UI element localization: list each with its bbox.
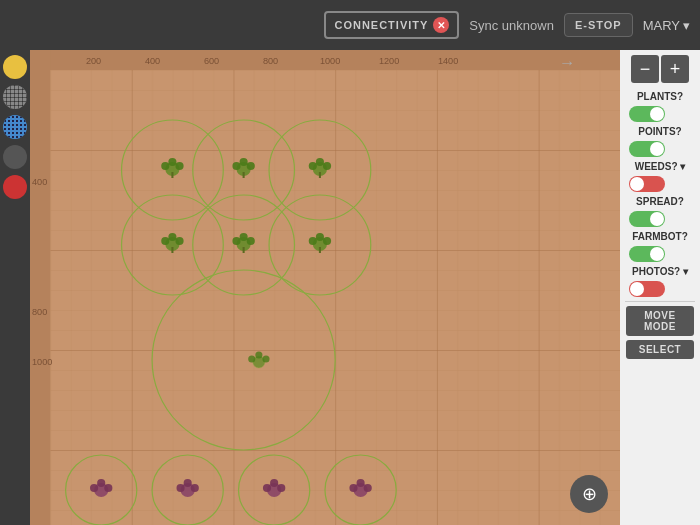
- zoom-in-button[interactable]: +: [661, 55, 689, 83]
- connectivity-status-icon: ✕: [433, 17, 449, 33]
- svg-point-49: [240, 233, 248, 241]
- svg-point-38: [323, 162, 331, 170]
- header: CONNECTIVITY ✕ Sync unknown E-STOP MARY …: [0, 0, 700, 50]
- svg-text:200: 200: [86, 56, 101, 66]
- farmbot-toggle[interactable]: [629, 246, 665, 262]
- estop-button[interactable]: E-STOP: [564, 13, 633, 37]
- photos-toggle[interactable]: [629, 281, 665, 297]
- svg-point-27: [161, 162, 169, 170]
- points-toggle-container: [625, 141, 695, 157]
- farmbot-toggle-container: [625, 246, 695, 262]
- svg-point-47: [232, 237, 240, 245]
- svg-point-70: [277, 484, 285, 492]
- svg-point-44: [168, 233, 176, 241]
- svg-text:600: 600: [204, 56, 219, 66]
- plants-label: PLANTS?: [625, 91, 695, 102]
- svg-rect-35: [243, 172, 245, 178]
- points-toggle[interactable]: [629, 141, 665, 157]
- tool-item-blue[interactable]: [3, 115, 27, 139]
- svg-point-61: [90, 484, 98, 492]
- plants-toggle[interactable]: [629, 106, 665, 122]
- photos-toggle-container: [625, 281, 695, 297]
- svg-point-62: [104, 484, 112, 492]
- points-toggle-knob: [650, 142, 664, 156]
- svg-rect-1: [50, 70, 620, 525]
- svg-point-57: [248, 356, 255, 363]
- garden-svg: 200 400 600 800 1000 1200 1400 400 800 1…: [30, 50, 620, 525]
- left-toolbar: [0, 50, 30, 525]
- svg-point-53: [323, 237, 331, 245]
- sync-status: Sync unknown: [469, 18, 554, 33]
- svg-point-59: [255, 352, 262, 359]
- move-mode-button[interactable]: MOVE MODE: [626, 306, 694, 336]
- tool-item-red[interactable]: [3, 175, 27, 199]
- svg-point-28: [175, 162, 183, 170]
- svg-rect-45: [171, 247, 173, 253]
- svg-point-63: [97, 479, 105, 487]
- svg-point-66: [191, 484, 199, 492]
- photos-toggle-knob: [630, 282, 644, 296]
- svg-point-33: [247, 162, 255, 170]
- navigate-icon[interactable]: ⊕: [570, 475, 608, 513]
- weeds-label: WEEDS? ▾: [625, 161, 695, 172]
- user-menu-button[interactable]: MARY ▾: [643, 18, 690, 33]
- svg-point-52: [309, 237, 317, 245]
- svg-text:800: 800: [32, 307, 47, 317]
- svg-point-37: [309, 162, 317, 170]
- tool-item-yellow[interactable]: [3, 55, 27, 79]
- spread-toggle-knob: [650, 212, 664, 226]
- panel-divider: [625, 301, 695, 302]
- svg-point-39: [316, 158, 324, 166]
- svg-rect-30: [171, 172, 173, 178]
- right-panel: − + PLANTS? POINTS? WEEDS? ▾ SPREAD?: [620, 50, 700, 525]
- svg-rect-40: [319, 172, 321, 178]
- weeds-toggle-container: [625, 176, 695, 192]
- spread-toggle-container: [625, 211, 695, 227]
- farmbot-label: FARMBOT?: [625, 231, 695, 242]
- spread-toggle[interactable]: [629, 211, 665, 227]
- svg-text:800: 800: [263, 56, 278, 66]
- svg-point-32: [232, 162, 240, 170]
- svg-point-34: [240, 158, 248, 166]
- svg-text:1400: 1400: [438, 56, 458, 66]
- svg-rect-3: [30, 50, 50, 525]
- points-label: POINTS?: [625, 126, 695, 137]
- svg-point-43: [175, 237, 183, 245]
- select-button[interactable]: SELECT: [626, 340, 694, 359]
- svg-point-75: [357, 479, 365, 487]
- tool-item-mesh[interactable]: [3, 85, 27, 109]
- svg-point-71: [270, 479, 278, 487]
- farmbot-toggle-knob: [650, 247, 664, 261]
- svg-rect-55: [319, 247, 321, 253]
- plants-toggle-knob: [650, 107, 664, 121]
- svg-point-67: [184, 479, 192, 487]
- svg-point-42: [161, 237, 169, 245]
- svg-text:1200: 1200: [379, 56, 399, 66]
- spread-label: SPREAD?: [625, 196, 695, 207]
- zoom-controls: − +: [631, 55, 689, 83]
- weeds-toggle[interactable]: [629, 176, 665, 192]
- svg-text:400: 400: [32, 177, 47, 187]
- main-area: 200 400 600 800 1000 1200 1400 400 800 1…: [0, 50, 700, 525]
- svg-point-73: [349, 484, 357, 492]
- svg-point-69: [263, 484, 271, 492]
- svg-point-29: [168, 158, 176, 166]
- svg-point-65: [176, 484, 184, 492]
- connectivity-button[interactable]: CONNECTIVITY ✕: [324, 11, 459, 39]
- svg-rect-50: [243, 247, 245, 253]
- zoom-out-button[interactable]: −: [631, 55, 659, 83]
- connectivity-label: CONNECTIVITY: [334, 19, 428, 31]
- svg-point-48: [247, 237, 255, 245]
- svg-text:→: →: [559, 53, 575, 71]
- plants-toggle-container: [625, 106, 695, 122]
- svg-text:400: 400: [145, 56, 160, 66]
- svg-point-58: [262, 356, 269, 363]
- svg-text:1000: 1000: [320, 56, 340, 66]
- photos-label: PHOTOS? ▾: [625, 266, 695, 277]
- tool-item-dark[interactable]: [3, 145, 27, 169]
- svg-text:1000: 1000: [32, 357, 52, 367]
- garden-canvas[interactable]: 200 400 600 800 1000 1200 1400 400 800 1…: [30, 50, 620, 525]
- svg-point-74: [364, 484, 372, 492]
- weeds-toggle-knob: [630, 177, 644, 191]
- svg-point-54: [316, 233, 324, 241]
